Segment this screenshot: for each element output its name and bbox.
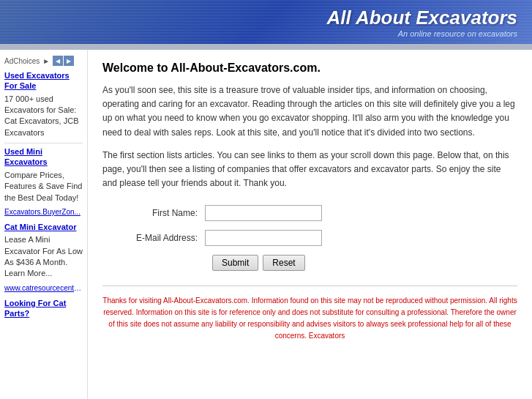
adchoices-bar: AdChoices ► ◀ ▶: [4, 56, 83, 66]
sidebar-link-cat-mini[interactable]: Cat Mini Excavator: [4, 222, 83, 232]
content-paragraph-1: As you'll soon see, this site is a treas…: [102, 83, 517, 140]
signup-form: First Name: E-Mail Address: Submit Reset: [132, 205, 517, 271]
sidebar-link-cat-parts[interactable]: Looking For Cat Parts?: [4, 298, 83, 319]
content-divider: [102, 286, 517, 286]
first-name-label: First Name:: [132, 208, 205, 218]
form-buttons: Submit Reset: [212, 255, 517, 271]
content-paragraph-2: The first section lists articles. You ca…: [102, 149, 517, 191]
nav-bar: [0, 44, 532, 50]
sidebar: AdChoices ► ◀ ▶ Used Excavators For Sale…: [0, 50, 88, 399]
first-name-row: First Name:: [132, 205, 517, 221]
submit-button[interactable]: Submit: [212, 255, 258, 271]
sidebar-small-link-ad2[interactable]: Excavators.BuyerZon...: [4, 208, 83, 216]
sidebar-small-link-ad3[interactable]: www.catresourcecente...: [4, 284, 83, 292]
adchoices-icon: ►: [42, 57, 50, 65]
email-input[interactable]: [205, 230, 322, 246]
reset-button[interactable]: Reset: [263, 255, 304, 271]
sidebar-text-ad3: Lease A Mini Excavator For As Low As $43…: [4, 234, 83, 280]
email-label: E-Mail Address:: [132, 233, 205, 243]
footer-text: Thanks for visiting All-About-Excavators…: [102, 295, 517, 342]
email-row: E-Mail Address:: [132, 230, 517, 246]
sidebar-text-ad2: Compare Prices, Features & Save Find the…: [4, 170, 83, 204]
adchoices-label: AdChoices: [4, 57, 40, 65]
sidebar-link-used-mini[interactable]: Used Mini Excavators: [4, 146, 83, 168]
arrow-right-button[interactable]: ▶: [64, 56, 74, 66]
sidebar-text-ad1: 17 000+ used Excavators for Sale: Cat Ex…: [4, 94, 83, 139]
page-header: All About Excavators An online resource …: [0, 0, 532, 44]
content-title: Welcome to All-About-Excavators.com.: [102, 61, 517, 75]
content-area: Welcome to All-About-Excavators.com. As …: [88, 50, 532, 399]
sidebar-divider-1: [4, 143, 83, 143]
content-body: As you'll soon see, this site is a treas…: [102, 83, 517, 190]
sidebar-link-used-excavators[interactable]: Used Excavators For Sale: [4, 70, 83, 92]
site-subtitle: An online resource on excavators: [398, 29, 517, 38]
arrow-left-button[interactable]: ◀: [53, 56, 63, 66]
adchoices-arrows: ◀ ▶: [53, 56, 74, 66]
site-title: All About Excavators: [326, 7, 517, 29]
first-name-input[interactable]: [205, 205, 322, 221]
main-layout: AdChoices ► ◀ ▶ Used Excavators For Sale…: [0, 50, 532, 399]
